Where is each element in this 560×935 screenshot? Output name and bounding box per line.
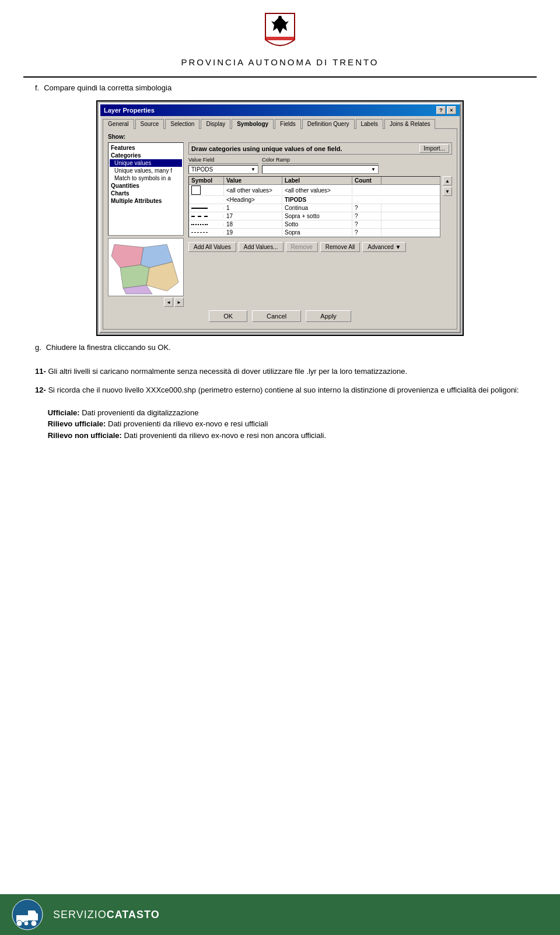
table-row[interactable]: 1 Continua ? bbox=[189, 204, 440, 212]
td-value-1: <all other values> bbox=[224, 187, 282, 194]
para-12-text2: Dati provenienti da rilievo ex-novo e re… bbox=[108, 419, 268, 428]
right-panel: Draw categories using unique values of o… bbox=[188, 142, 452, 252]
svg-point-13 bbox=[31, 920, 37, 926]
color-ramp-group: Color Ramp ▼ bbox=[262, 157, 379, 174]
scroll-up-btn[interactable]: ▲ bbox=[443, 176, 452, 185]
dialog-screenshot: Layer Properties ? × General Source Sele… bbox=[96, 100, 464, 336]
add-values-button[interactable]: Add Values... bbox=[239, 242, 284, 252]
dialog-tabs: General Source Selection Display Symbolo… bbox=[100, 116, 460, 128]
cancel-button[interactable]: Cancel bbox=[252, 310, 301, 322]
svg-point-0 bbox=[278, 16, 282, 19]
para-12-label1: Ufficiale: bbox=[48, 408, 80, 417]
td-value-5: 18 bbox=[224, 220, 282, 228]
tab-labels[interactable]: Labels bbox=[356, 119, 383, 129]
titlebar-buttons: ? × bbox=[436, 106, 456, 114]
td-label-2: TIPODS bbox=[282, 196, 352, 204]
ok-cancel-row: OK Cancel Apply bbox=[108, 307, 452, 324]
tab-fields[interactable]: Fields bbox=[275, 119, 301, 129]
td-symbol-2 bbox=[189, 199, 224, 201]
svg-point-10 bbox=[16, 920, 22, 926]
panel-item-match-symbols[interactable]: Match to symbols in a bbox=[110, 174, 182, 182]
page-header: PROVINCIA AUTONOMA DI TRENTO bbox=[0, 0, 560, 73]
value-field-select[interactable]: TIPODS ▼ bbox=[188, 165, 258, 174]
tab-joins-relates[interactable]: Joins & Relates bbox=[384, 119, 435, 129]
coat-of-arms-icon bbox=[262, 10, 298, 52]
table-scrollbar: ▲ ▼ bbox=[443, 176, 452, 240]
add-all-values-button[interactable]: Add All Values bbox=[188, 242, 236, 252]
map-preview bbox=[108, 238, 184, 296]
table-row[interactable]: <all other values> <all other values> bbox=[189, 185, 440, 196]
td-symbol-6 bbox=[189, 232, 224, 233]
ok-button[interactable]: OK bbox=[209, 310, 247, 322]
remove-button[interactable]: Remove bbox=[286, 242, 318, 252]
help-button[interactable]: ? bbox=[436, 106, 446, 114]
td-count-3: ? bbox=[352, 204, 382, 212]
show-row: Show: bbox=[108, 134, 452, 140]
dialog-title: Layer Properties bbox=[104, 107, 155, 114]
table-row[interactable]: <Heading> TIPODS bbox=[189, 196, 440, 204]
scroll-down-btn[interactable]: ▼ bbox=[443, 187, 452, 196]
tab-definition-query[interactable]: Definition Query bbox=[302, 119, 355, 129]
step-f-text: Compare quindi la corretta simbologia bbox=[44, 83, 172, 92]
tab-display[interactable]: Display bbox=[201, 119, 230, 129]
dialog-body: Show: Features Categories Unique values … bbox=[103, 128, 457, 330]
multiple-attributes-header: Multiple Attributes bbox=[110, 197, 182, 205]
footer-text: SERVIZIOCATASTO bbox=[53, 909, 160, 921]
import-button[interactable]: Import... bbox=[419, 144, 449, 153]
para-11-text: Gli altri livelli si caricano normalment… bbox=[48, 367, 407, 376]
panel-item-unique-values[interactable]: Unique values bbox=[110, 159, 182, 167]
svg-point-11 bbox=[24, 921, 29, 926]
table-row[interactable]: 18 Sotto ? bbox=[189, 220, 440, 229]
value-field-arrow: ▼ bbox=[251, 167, 256, 172]
features-header: Features bbox=[110, 144, 182, 152]
left-panel-wrapper: Features Categories Unique values Unique… bbox=[108, 142, 184, 307]
footer-logo bbox=[12, 899, 44, 931]
apply-button[interactable]: Apply bbox=[306, 310, 351, 322]
dialog-titlebar: Layer Properties ? × bbox=[100, 104, 460, 116]
para-12-number: 12- bbox=[35, 386, 46, 394]
td-symbol-5 bbox=[189, 223, 224, 226]
col-label: Label bbox=[282, 177, 352, 184]
categories-header: Categories bbox=[110, 152, 182, 159]
dotted-symbol-icon bbox=[191, 224, 208, 225]
color-ramp-select[interactable]: ▼ bbox=[262, 165, 379, 174]
fields-row: Value Field TIPODS ▼ Color Ramp bbox=[188, 157, 452, 174]
bottom-buttons-row: Add All Values Add Values... Remove Remo… bbox=[188, 242, 452, 252]
draw-categories-text: Draw categories using unique values of o… bbox=[191, 145, 342, 152]
table-area: Symbol Value Label Count bbox=[188, 176, 452, 240]
layer-properties-dialog[interactable]: Layer Properties ? × General Source Sele… bbox=[99, 103, 461, 333]
td-count-6: ? bbox=[352, 229, 382, 236]
left-panel: Features Categories Unique values Unique… bbox=[108, 142, 184, 236]
symbol-box-icon bbox=[191, 185, 201, 195]
value-field-label: Value Field bbox=[188, 157, 258, 164]
remove-all-button[interactable]: Remove All bbox=[320, 242, 360, 252]
para-12-item2: Rilievo ufficiale: Dati provenienti da r… bbox=[35, 419, 268, 428]
td-label-5: Sotto bbox=[282, 220, 352, 228]
para-11: 11- Gli altri livelli si caricano normal… bbox=[35, 366, 525, 377]
color-ramp-arrow: ▼ bbox=[371, 167, 376, 172]
scroll-right-btn[interactable]: ► bbox=[174, 297, 184, 307]
tab-symbology[interactable]: Symbology bbox=[232, 119, 274, 129]
td-count-4: ? bbox=[352, 212, 382, 220]
step-f-label: f. bbox=[35, 83, 39, 92]
tab-source[interactable]: Source bbox=[135, 119, 164, 129]
para-12-item3: Rilievo non ufficiale: Dati provenienti … bbox=[35, 431, 326, 440]
scroll-left-btn[interactable]: ◄ bbox=[164, 297, 173, 307]
close-button[interactable]: × bbox=[447, 106, 456, 114]
two-col-layout: Features Categories Unique values Unique… bbox=[108, 142, 452, 307]
table-wrapper: Symbol Value Label Count bbox=[188, 176, 440, 240]
para-12-intro: Si ricorda che il nuovo livello XXXce000… bbox=[48, 386, 519, 394]
tab-selection[interactable]: Selection bbox=[165, 119, 200, 129]
td-count-1 bbox=[352, 190, 382, 191]
advanced-button[interactable]: Advanced ▼ bbox=[362, 242, 406, 252]
symbol-table: Symbol Value Label Count bbox=[188, 176, 440, 237]
svg-rect-1 bbox=[265, 37, 295, 40]
table-row[interactable]: 17 Sopra + sotto ? bbox=[189, 212, 440, 220]
para-12-text1: Dati provenienti da digitalizzazione bbox=[82, 408, 198, 417]
panel-item-unique-values-many[interactable]: Unique values, many f bbox=[110, 167, 182, 174]
col-value: Value bbox=[224, 177, 282, 184]
table-row[interactable]: 19 Sopra ? bbox=[189, 229, 440, 237]
tab-general[interactable]: General bbox=[103, 119, 134, 129]
td-value-2: <Heading> bbox=[224, 196, 282, 204]
td-value-4: 17 bbox=[224, 212, 282, 220]
